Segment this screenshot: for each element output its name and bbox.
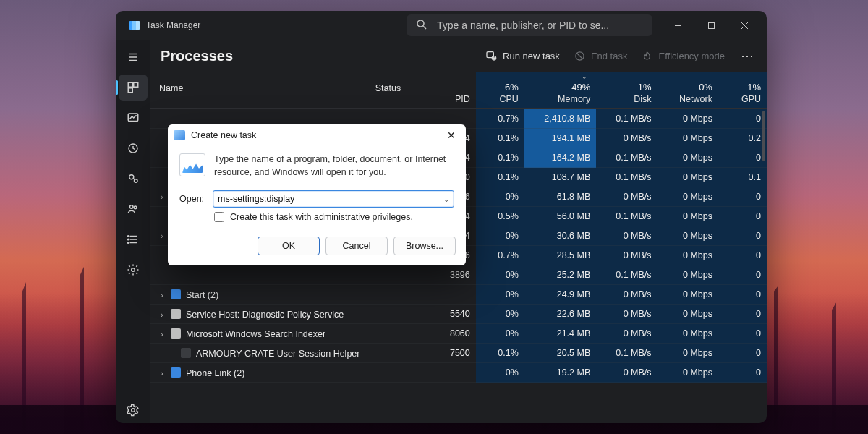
expand-icon[interactable]: › <box>158 311 166 319</box>
process-row[interactable]: ›Phone Link (2)0%19.2 MB0 MB/s0 Mbps0 <box>150 363 767 383</box>
nav-startup[interactable] <box>119 166 148 192</box>
process-row[interactable]: ›Start (2)0%24.9 MB0 MB/s0 Mbps0 <box>150 285 767 305</box>
scrollbar-thumb[interactable] <box>762 111 765 161</box>
svg-line-16 <box>134 179 135 180</box>
col-name[interactable]: Name <box>150 72 370 109</box>
col-memory[interactable]: ⌄49%Memory <box>524 72 596 109</box>
create-new-task-dialog: Create new task ✕ Type the name of a pro… <box>168 124 466 265</box>
expand-icon[interactable]: › <box>158 232 166 240</box>
svg-point-24 <box>128 242 129 244</box>
svg-point-18 <box>134 206 137 209</box>
open-input[interactable] <box>218 194 443 204</box>
nav-services[interactable] <box>119 257 148 283</box>
svg-rect-3 <box>708 22 714 28</box>
process-row[interactable]: ›Service Host: Diagnostic Policy Service… <box>150 305 767 324</box>
col-cpu[interactable]: 6%CPU <box>476 72 524 109</box>
titlebar[interactable]: Task Manager Type a name, publisher, or … <box>116 11 767 40</box>
expand-icon[interactable]: › <box>158 370 166 378</box>
run-new-task-button[interactable]: Run new task <box>485 50 560 61</box>
dialog-close-button[interactable]: ✕ <box>443 127 460 144</box>
process-icon <box>181 348 191 358</box>
search-icon <box>415 18 428 33</box>
svg-point-0 <box>417 20 424 27</box>
admin-checkbox[interactable] <box>214 212 224 222</box>
col-disk[interactable]: 1%Disk <box>596 72 657 109</box>
toolbar: Processes Run new task End task Efficien… <box>150 40 767 72</box>
process-name: Microsoft Windows Search Indexer <box>186 329 326 339</box>
nav-app-history[interactable] <box>119 135 148 161</box>
ok-button[interactable]: OK <box>258 237 320 255</box>
admin-label: Create this task with administrative pri… <box>230 212 413 222</box>
svg-point-25 <box>132 268 135 272</box>
dialog-titlebar[interactable]: Create new task ✕ <box>168 124 466 146</box>
svg-rect-10 <box>134 82 138 87</box>
app-title: Task Manager <box>146 20 200 30</box>
end-task-label: End task <box>591 51 628 61</box>
efficiency-mode-button[interactable]: Efficiency mode <box>642 51 725 61</box>
process-row[interactable]: ARMOURY CRATE User Session Helper75000.1… <box>150 344 767 363</box>
svg-line-32 <box>577 53 583 59</box>
end-task-button[interactable]: End task <box>574 51 628 61</box>
nav-processes[interactable] <box>119 75 148 101</box>
col-gpu[interactable]: 1%GPU <box>718 72 767 109</box>
column-headers[interactable]: Name Status PID 6%CPU ⌄49%Memory 1%Disk … <box>150 72 767 109</box>
process-name: Phone Link (2) <box>186 368 244 378</box>
open-combobox[interactable]: ⌄ <box>213 190 454 208</box>
svg-point-14 <box>129 175 134 179</box>
search-box[interactable]: Type a name, publisher, or PID to se... <box>407 14 652 36</box>
dialog-description: Type the name of a program, folder, docu… <box>214 153 454 179</box>
process-icon <box>171 289 181 299</box>
col-status[interactable]: Status <box>370 72 432 109</box>
svg-line-1 <box>423 26 426 29</box>
svg-point-23 <box>128 239 129 240</box>
svg-rect-11 <box>128 88 132 93</box>
cancel-button[interactable]: Cancel <box>326 237 388 255</box>
browse-button[interactable]: Browse... <box>393 237 456 255</box>
page-title: Processes <box>161 48 233 64</box>
nav-settings[interactable] <box>119 397 148 423</box>
process-icon <box>171 328 181 339</box>
expand-icon[interactable]: › <box>158 331 166 339</box>
hamburger-button[interactable] <box>119 44 148 70</box>
expand-icon[interactable]: › <box>158 292 166 299</box>
nav-users[interactable] <box>119 196 148 222</box>
program-icon <box>179 153 205 176</box>
process-name: ARMOURY CRATE User Session Helper <box>196 349 359 359</box>
run-new-task-label: Run new task <box>503 51 560 61</box>
svg-point-17 <box>130 205 134 209</box>
process-name: Start (2) <box>186 290 218 300</box>
run-dialog-icon <box>174 130 185 140</box>
search-placeholder: Type a name, publisher, or PID to se... <box>437 20 609 31</box>
svg-point-22 <box>128 236 129 237</box>
more-button[interactable]: ⋯ <box>739 48 757 64</box>
dialog-title: Create new task <box>191 130 443 140</box>
sort-indicator-icon: ⌄ <box>582 73 587 80</box>
nav-performance[interactable] <box>119 105 148 131</box>
chevron-down-icon[interactable]: ⌄ <box>443 195 449 203</box>
process-icon <box>171 367 181 378</box>
maximize-button[interactable] <box>694 11 728 40</box>
svg-point-26 <box>132 409 135 412</box>
minimize-button[interactable] <box>661 11 694 40</box>
process-name: Service Host: Diagnostic Policy Service <box>186 310 344 320</box>
efficiency-mode-label: Efficiency mode <box>658 51 725 61</box>
process-row[interactable]: ›Microsoft Windows Search Indexer80600%2… <box>150 324 767 344</box>
open-label: Open: <box>179 194 204 204</box>
nav-details[interactable] <box>119 226 148 252</box>
process-icon <box>171 309 181 319</box>
close-button[interactable] <box>728 11 761 40</box>
app-icon <box>129 21 140 30</box>
svg-rect-9 <box>128 82 132 87</box>
col-network[interactable]: 0%Network <box>658 72 718 109</box>
col-pid[interactable]: PID <box>432 72 476 109</box>
nav-rail <box>116 40 150 423</box>
process-row[interactable]: 38960%25.2 MB0.1 MB/s0 Mbps0 <box>150 265 767 285</box>
expand-icon[interactable]: › <box>158 193 166 201</box>
